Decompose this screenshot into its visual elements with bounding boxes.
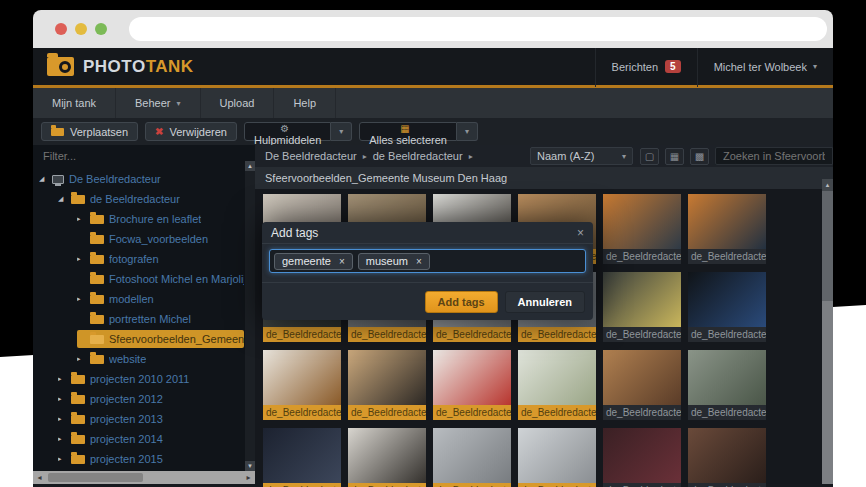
tree-item-focwa-voorbeelden[interactable]: Focwa_voorbeelden — [33, 229, 244, 249]
view-grid-button[interactable]: ▦ — [665, 148, 684, 165]
remove-tag-icon[interactable]: × — [339, 256, 345, 267]
remove-tag-icon[interactable]: × — [416, 256, 422, 267]
grid-vertical-scrollbar[interactable]: ▲ — [822, 179, 833, 484]
tree-item-portretten-michel[interactable]: portretten Michel — [33, 309, 244, 329]
nav-item-mijn-tank[interactable]: Mijn tank — [33, 88, 116, 118]
caret-collapsed-icon[interactable]: ▸ — [58, 395, 71, 403]
caret-collapsed-icon[interactable]: ▸ — [77, 255, 90, 263]
breadcrumb-separator-icon: ▸ — [469, 152, 473, 161]
sidebar-vertical-scrollbar[interactable]: ▲ ▼ — [245, 161, 255, 471]
view-single-button[interactable]: ▢ — [640, 148, 659, 165]
add-tags-button[interactable]: Add tags — [425, 291, 498, 313]
filter-input[interactable] — [33, 150, 218, 162]
folder-open-icon — [90, 335, 104, 344]
sort-dropdown[interactable]: Naam (A-Z) ▾ — [530, 147, 633, 165]
minimize-window-icon[interactable] — [75, 23, 87, 35]
close-window-icon[interactable] — [55, 23, 67, 35]
select-all-dropdown-button[interactable]: ▾ — [457, 122, 478, 141]
photo-thumbnail[interactable]: de_Beeldredacte... — [603, 350, 681, 420]
photo-thumbnail[interactable]: de_Beeldredacte... — [433, 428, 511, 487]
breadcrumb-item[interactable]: De Beeldredacteur — [265, 150, 357, 162]
view-large-grid-button[interactable]: ▩ — [690, 148, 709, 165]
photo-thumbnail[interactable]: de_Beeldredacte... — [688, 272, 766, 342]
photo-thumbnail[interactable]: de_Beeldredacte... — [603, 272, 681, 342]
breadcrumb-item[interactable]: de Beeldredacteur — [373, 150, 463, 162]
tree-item-projecten-2014[interactable]: ▸projecten 2014 — [33, 429, 244, 449]
caret-collapsed-icon[interactable]: ▸ — [77, 295, 90, 303]
sidebar-horizontal-scrollbar[interactable]: ◂ ▸ — [33, 471, 255, 484]
scrollbar-thumb[interactable] — [822, 191, 833, 301]
caret-collapsed-icon[interactable]: ▸ — [77, 355, 90, 363]
photo-thumbnail[interactable]: de_Beeldredacte... — [263, 350, 341, 420]
move-button[interactable]: Verplaatsen — [41, 122, 138, 141]
search-input[interactable] — [715, 147, 833, 165]
scroll-left-icon[interactable]: ◂ — [33, 473, 46, 482]
photo-thumbnail[interactable]: de_Beeldredacte... — [433, 350, 511, 420]
photo-thumbnail[interactable]: de_Beeldredacte... — [688, 428, 766, 487]
caret-collapsed-icon[interactable]: ▸ — [58, 415, 71, 423]
folder-icon — [90, 315, 104, 324]
zoom-window-icon[interactable] — [95, 23, 107, 35]
photo-thumbnail[interactable]: de_Beeldredacte... — [603, 428, 681, 487]
caret-collapsed-icon[interactable]: ▸ — [58, 455, 71, 463]
delete-icon: ✖ — [155, 126, 163, 137]
tree-item-label: Focwa_voorbeelden — [109, 233, 208, 245]
photo-thumbnail[interactable]: de_Beeldredacte... — [688, 194, 766, 264]
caret-collapsed-icon[interactable]: ▸ — [58, 375, 71, 383]
tree-item-projecten-2015[interactable]: ▸projecten 2015 — [33, 449, 244, 469]
photo-thumbnail[interactable]: de_Beeldredacte... — [348, 350, 426, 420]
tree-item-de-beeldredacteur[interactable]: ◢de Beeldredacteur — [33, 189, 244, 209]
scroll-up-icon[interactable]: ▲ — [822, 179, 833, 191]
tree-item-website[interactable]: ▸website — [33, 349, 244, 369]
photo-thumbnail[interactable]: de_Beeldredacte... — [688, 350, 766, 420]
tree-item-modellen[interactable]: ▸modellen — [33, 289, 244, 309]
tree-item-projecten-2010-2011[interactable]: ▸projecten 2010 2011 — [33, 369, 244, 389]
delete-button[interactable]: ✖ Verwijderen — [145, 122, 237, 141]
folder-icon — [90, 255, 104, 264]
scroll-down-icon[interactable]: ▼ — [245, 461, 255, 471]
nav-item-upload[interactable]: Upload — [201, 88, 275, 118]
tree-item-projecten-2012[interactable]: ▸projecten 2012 — [33, 389, 244, 409]
photo-thumbnail[interactable]: de_Beeldredacte... — [263, 428, 341, 487]
close-icon[interactable]: × — [577, 226, 584, 240]
cancel-button[interactable]: Annuleren — [505, 291, 585, 313]
nav-item-label: Help — [293, 97, 316, 109]
nav-item-help[interactable]: Help — [274, 88, 336, 118]
tree-item-fotoshoot-michel-en-marjolijn[interactable]: Fotoshoot Michel en Marjolijn — [33, 269, 244, 289]
tags-input[interactable]: gemeente×museum× — [269, 249, 586, 273]
tree-item-sfeervoorbeelden-gemeente-museum[interactable]: Sfeervoorbeelden_Gemeente Museum — [33, 329, 244, 349]
tree-item-projecten-2013[interactable]: ▸projecten 2013 — [33, 409, 244, 429]
tree-item-brochure-en-leaflet[interactable]: ▸Brochure en leaflet — [33, 209, 244, 229]
scroll-up-icon[interactable]: ▲ — [245, 161, 255, 171]
logo[interactable]: PHOTOTANK — [47, 57, 595, 77]
tools-button[interactable]: ⚙ Hulpmiddelen — [244, 122, 331, 141]
scroll-right-icon[interactable]: ▸ — [242, 473, 255, 482]
photo-image — [688, 272, 766, 327]
caret-collapsed-icon[interactable]: ▸ — [77, 215, 90, 223]
nav-item-beheer[interactable]: Beheer▾ — [116, 88, 201, 118]
photo-thumbnail[interactable]: de_Beeldredacte... — [518, 428, 596, 487]
photo-thumbnail[interactable]: de_Beeldredacte... — [518, 350, 596, 420]
chevron-down-icon: ▾ — [177, 99, 181, 108]
messages-menu[interactable]: Berichten 5 — [595, 48, 697, 87]
user-menu[interactable]: Michel ter Wolbeek ▾ — [697, 48, 833, 87]
logo-text: PHOTOTANK — [83, 57, 194, 77]
caret-collapsed-icon[interactable]: ▸ — [58, 435, 71, 443]
tag-chip-gemeente: gemeente× — [274, 253, 353, 270]
address-bar[interactable] — [129, 17, 827, 41]
caret-expanded-icon[interactable]: ◢ — [39, 175, 52, 183]
tree-item-content: ▸website — [77, 350, 244, 368]
photo-thumbnail[interactable]: de_Beeldredacte... — [603, 194, 681, 264]
scrollbar-track[interactable] — [822, 301, 833, 484]
scrollbar-thumb[interactable] — [48, 473, 143, 482]
select-all-button[interactable]: ▦ Alles selecteren — [359, 122, 457, 141]
tree-indent — [33, 399, 58, 400]
tree-item-content: Fotoshoot Michel en Marjolijn — [77, 270, 244, 288]
tree-item-de-beeldredacteur[interactable]: ◢De Beeldredacteur — [33, 169, 244, 189]
tools-dropdown-button[interactable]: ▾ — [331, 122, 352, 141]
photo-thumbnail[interactable]: de_Beeldredacte... — [348, 428, 426, 487]
app-header: PHOTOTANK Berichten 5 Michel ter Wolbeek… — [33, 48, 833, 88]
caret-expanded-icon[interactable]: ◢ — [58, 195, 71, 203]
tree-item-fotografen[interactable]: ▸fotografen — [33, 249, 244, 269]
tree-item-label: fotografen — [109, 253, 159, 265]
